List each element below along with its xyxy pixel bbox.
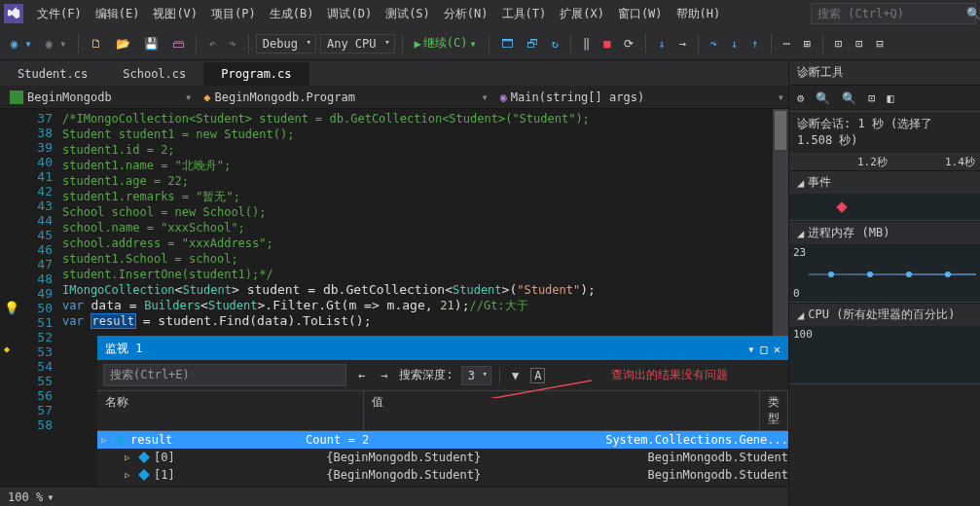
new-button[interactable]: 🗋: [86, 34, 107, 54]
main-toolbar: ◉ ▾ ◉ ▾ 🗋 📂 💾 🗃 ↶ ↷ Debug Any CPU ▶ 继续(C…: [0, 27, 980, 60]
tool-btn-1[interactable]: 🗖: [496, 34, 518, 54]
expand-icon[interactable]: ▷: [125, 452, 134, 462]
csharp-icon: [10, 90, 23, 104]
tb-icon-e[interactable]: ⊟: [872, 34, 889, 54]
forward-button[interactable]: ◉ ▾: [41, 34, 72, 54]
watch-search-input[interactable]: 搜索(Ctrl+E): [103, 364, 346, 386]
restart-button[interactable]: ⟳: [619, 34, 638, 54]
watch-close-icon[interactable]: ✕: [774, 343, 780, 356]
undo-button[interactable]: ↶: [203, 34, 220, 54]
continue-button[interactable]: ▶ 继续(C) ▾: [410, 32, 482, 54]
zoom-level[interactable]: 100 %: [8, 490, 43, 504]
pause-button[interactable]: ‖: [578, 34, 595, 54]
open-button[interactable]: 📂: [111, 34, 135, 54]
watch-next-button[interactable]: →: [377, 367, 391, 384]
config-dropdown[interactable]: Debug: [256, 34, 316, 54]
watch-header: 名称 值 类型: [97, 391, 788, 431]
save-button[interactable]: 💾: [139, 34, 163, 54]
events-chart[interactable]: [789, 194, 980, 221]
menu-ext[interactable]: 扩展(X): [554, 2, 610, 26]
watch-row[interactable]: ▷Raw View: [97, 484, 788, 487]
watch-maximize-icon[interactable]: □: [761, 343, 768, 356]
diag-reset-icon[interactable]: ⊡: [864, 90, 879, 107]
expand-icon[interactable]: ▷: [125, 470, 134, 480]
diag-settings-icon[interactable]: ⚙: [793, 90, 808, 107]
menu-analyze[interactable]: 分析(N): [438, 2, 494, 26]
menu-edit[interactable]: 编辑(E): [90, 2, 146, 26]
method-icon: ◉: [500, 90, 507, 104]
lightbulb-icon[interactable]: 💡: [4, 301, 19, 315]
menu-view[interactable]: 视图(V): [147, 2, 203, 26]
depth-dropdown[interactable]: 3: [461, 366, 491, 385]
col-name[interactable]: 名称: [97, 391, 364, 430]
menu-build[interactable]: 生成(B): [264, 2, 320, 26]
code-editor[interactable]: 💡 37 38 39 40 41 42 43 44 45 46 47 48 49…: [0, 109, 788, 487]
tab-school[interactable]: School.cs: [105, 62, 203, 86]
menu-help[interactable]: 帮助(H): [671, 2, 727, 26]
editor-status-bar: 100 % ▾: [0, 487, 788, 506]
menu-window[interactable]: 窗口(W): [612, 2, 669, 26]
global-search[interactable]: 🔍: [811, 3, 976, 24]
menu-project[interactable]: 项目(P): [205, 2, 262, 26]
diag-zoom-in-icon[interactable]: 🔍: [812, 90, 834, 107]
tab-program[interactable]: Program.cs: [203, 62, 309, 86]
redo-button[interactable]: ↷: [225, 34, 241, 54]
menu-test[interactable]: 测试(S): [380, 2, 436, 26]
menu-bar: 文件(F) 编辑(E) 视图(V) 项目(P) 生成(B) 调试(D) 测试(S…: [0, 0, 980, 27]
col-type[interactable]: 类型: [760, 391, 788, 430]
breakpoint-marker[interactable]: [4, 343, 14, 353]
back-button[interactable]: ◉ ▾: [6, 34, 37, 54]
tb-icon-b[interactable]: ⊞: [799, 34, 816, 54]
tab-student[interactable]: Student.cs: [0, 62, 105, 86]
filter-icon[interactable]: ▼: [508, 367, 523, 384]
go-button[interactable]: →: [674, 34, 691, 54]
vs-logo: [4, 4, 23, 23]
expand-icon[interactable]: ▷: [101, 435, 111, 445]
memory-chart[interactable]: 23 0: [789, 244, 980, 303]
refresh-button[interactable]: ↻: [547, 34, 563, 54]
zoom-dropdown-icon[interactable]: ▾: [47, 490, 54, 504]
tb-icon-a[interactable]: ⋯: [779, 34, 795, 54]
menu-file[interactable]: 文件(F): [31, 2, 88, 26]
stop-button[interactable]: ■: [599, 34, 615, 54]
scroll-thumb[interactable]: [775, 111, 786, 150]
line-numbers: 37 38 39 40 41 42 43 44 45 46 47 48 49 5…: [23, 109, 62, 487]
step-out-button[interactable]: ↑: [746, 34, 763, 54]
save-all-button[interactable]: 🗃: [167, 34, 189, 54]
cpu-chart[interactable]: 100: [789, 326, 980, 384]
diag-zoom-out-icon[interactable]: 🔍: [838, 90, 860, 107]
cpu-header[interactable]: ◢CPU (所有处理器的百分比): [789, 303, 980, 326]
nav-project[interactable]: BeginMongodb: [4, 89, 179, 106]
diag-toolbar: ⚙ 🔍 🔍 ⊡ ◧: [789, 86, 980, 112]
watch-prev-button[interactable]: ←: [354, 367, 369, 384]
nav-class[interactable]: ◆BeginMongodb.Program: [198, 89, 475, 106]
platform-dropdown[interactable]: Any CPU: [320, 34, 395, 54]
watch-row[interactable]: ▷[0]{BeginMongodb.Student}BeginMongodb.S…: [97, 449, 788, 466]
menu-tools[interactable]: 工具(T): [496, 2, 553, 26]
search-input[interactable]: [817, 7, 966, 20]
watch-toolbar: 搜索(Ctrl+E) ← → 搜索深度: 3 ▼ A 查询出的结果没有问题: [97, 360, 788, 391]
watch-title-bar[interactable]: 监视 1 ▾ □ ✕: [97, 338, 788, 360]
events-header[interactable]: ◢事件: [789, 170, 980, 194]
watch-row[interactable]: ▷[1]{BeginMongodb.Student}BeginMongodb.S…: [97, 466, 788, 484]
watch-title: 监视 1: [105, 341, 142, 357]
watch-panel: 监视 1 ▾ □ ✕ 搜索(Ctrl+E) ← → 搜索深度: 3 ▼ A: [97, 336, 788, 487]
memory-header[interactable]: ◢进程内存 (MB): [789, 221, 980, 244]
nav-method[interactable]: ◉Main(string[] args): [494, 89, 772, 106]
menu-debug[interactable]: 调试(D): [321, 2, 378, 26]
tb-icon-c[interactable]: ⊡: [830, 34, 847, 54]
step-in-button[interactable]: ↓: [726, 34, 743, 54]
diag-timeline[interactable]: 1.2秒 1.4秒: [789, 153, 980, 170]
collapse-icon: ◢: [797, 308, 804, 322]
step-over-button[interactable]: ↷: [706, 34, 722, 54]
collapse-icon: ◢: [797, 176, 804, 190]
tb-icon-d[interactable]: ⊡: [851, 34, 867, 54]
step-into-button[interactable]: ↓: [653, 34, 670, 54]
watch-dropdown-icon[interactable]: ▾: [747, 343, 754, 356]
col-value[interactable]: 值: [364, 391, 760, 430]
watch-row[interactable]: ▷resultCount = 2System.Collections.Gene.…: [97, 431, 788, 449]
text-filter-icon[interactable]: A: [530, 368, 545, 383]
tool-btn-2[interactable]: 🗗: [522, 34, 543, 54]
diag-snapshot-icon[interactable]: ◧: [883, 90, 897, 107]
object-icon: [138, 452, 150, 463]
